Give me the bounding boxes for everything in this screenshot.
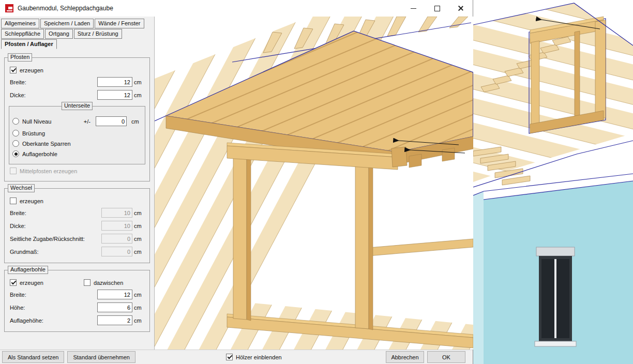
radio-oberkante-sparren[interactable]: Oberkante Sparren — [12, 140, 142, 147]
maximize-icon — [434, 6, 440, 11]
radio-label: Oberkante Sparren — [22, 141, 71, 147]
unterseite-group-title: Unterseite — [62, 102, 93, 110]
radio-null-niveau[interactable]: Null Niveau +/- cm — [12, 116, 142, 126]
radio-auflagerbohle[interactable]: Auflagerbohle — [12, 150, 142, 157]
tab-page-pfosten-auflager: Pfosten erzeugen Breite: cm Dicke: — [0, 50, 154, 336]
pfosten-group: Pfosten erzeugen Breite: cm Dicke: — [4, 57, 150, 181]
wechsel-dicke-label: Dicke: — [10, 223, 101, 229]
auflagerbohle-erzeugen-checkbox[interactable]: erzeugen — [10, 279, 43, 286]
close-icon — [458, 5, 464, 11]
hoelzer-einblenden-checkbox[interactable]: Hölzer einblenden — [226, 354, 282, 360]
close-button[interactable] — [449, 0, 473, 17]
tab-speichern-laden[interactable]: Speichern / Laden — [40, 19, 94, 28]
checkbox-label: erzeugen — [20, 198, 43, 204]
checkbox-label: erzeugen — [20, 280, 43, 286]
mittelpfosten-checkbox: Mittelpfosten erzeugen — [10, 168, 144, 174]
tab-strip: AllgemeinesSpeichern / LadenWände / Fens… — [0, 17, 154, 49]
radio-label: Null Niveau — [22, 118, 51, 125]
wechsel-zugabe-label: Seitliche Zugabe/Rückschnitt: — [10, 236, 101, 242]
tab-sturz-bruestung[interactable]: Sturz / Brüstung — [74, 29, 122, 39]
tab-allgemeines[interactable]: Allgemeines — [1, 19, 39, 28]
tab-ortgang[interactable]: Ortgang — [45, 29, 73, 39]
radio-label: Brüstung — [22, 130, 45, 136]
pfosten-group-title: Pfosten — [8, 53, 32, 62]
set-standard-button[interactable]: Als Standard setzen — [2, 351, 64, 363]
wechsel-zugabe-input — [101, 234, 132, 244]
radio-indicator — [12, 130, 19, 136]
checkbox-indicator — [10, 198, 17, 204]
checkbox-indicator — [226, 354, 233, 360]
app-icon — [5, 4, 13, 12]
radio-label: Auflagerbohle — [22, 151, 57, 157]
main-3d-view[interactable] — [473, 0, 633, 364]
unterseite-offset-input[interactable] — [96, 116, 127, 126]
main-3d-canvas — [473, 0, 633, 364]
house-wall-side — [473, 191, 484, 364]
unit-label: cm — [134, 249, 144, 255]
auflagerbohle-group: Auflagerbohle erzeugen dazwischen — [4, 270, 150, 332]
unit-label: cm — [134, 223, 144, 229]
auflagehoehe-input[interactable] — [97, 315, 132, 325]
left-post — [233, 150, 251, 321]
auflagehoehe-label: Auflagehöhe: — [10, 317, 97, 324]
radio-indicator — [12, 150, 19, 157]
ok-button[interactable]: OK — [427, 351, 465, 363]
dialog-footer: Als Standard setzen Standard übernehmen … — [0, 350, 473, 364]
wechsel-grundmass-input — [101, 247, 132, 256]
checkbox-indicator — [10, 168, 17, 174]
checkbox-label: dazwischen — [94, 280, 123, 286]
checkbox-indicator — [84, 279, 91, 286]
pfosten-dicke-label: Dicke: — [10, 92, 97, 98]
pfosten-breite-input[interactable] — [97, 77, 132, 87]
minimize-button[interactable] — [401, 0, 425, 17]
pfosten-breite-label: Breite: — [10, 79, 97, 85]
auflagerbohle-breite-input[interactable] — [97, 290, 132, 299]
settings-panel: AllgemeinesSpeichern / LadenWände / Fens… — [0, 17, 154, 350]
auflagerbohle-dazwischen-checkbox[interactable]: dazwischen — [84, 279, 123, 286]
wechsel-grundmass-label: Grundmaß: — [10, 249, 101, 255]
window-controls — [401, 0, 473, 17]
tab-waende-fenster[interactable]: Wände / Fenster — [95, 19, 144, 28]
window — [535, 247, 576, 346]
radio-bruestung[interactable]: Brüstung — [12, 130, 142, 136]
apply-standard-button[interactable]: Standard übernehmen — [67, 351, 135, 363]
wechsel-breite-label: Breite: — [10, 210, 101, 216]
radio-indicator — [12, 140, 19, 147]
auflagerbohle-hoehe-label: Höhe: — [10, 305, 97, 311]
gaubenmodul-dialog: Gaubenmodul, Schleppdachgaube Allgemeine… — [0, 0, 473, 364]
cancel-button[interactable]: Abbrechen — [386, 351, 424, 363]
dialog-titlebar[interactable]: Gaubenmodul, Schleppdachgaube — [0, 0, 473, 17]
auflagerbohle-group-title: Auflagerbohle — [8, 266, 48, 274]
dialog-title: Gaubenmodul, Schleppdachgaube — [18, 5, 113, 12]
auflagerbohle-hoehe-input[interactable] — [97, 302, 132, 312]
unit-label: cm — [134, 317, 144, 324]
unterseite-group: Unterseite Null Niveau +/- cm Brüstung — [9, 106, 145, 164]
checkbox-label: Mittelpfosten erzeugen — [20, 168, 77, 174]
tab-pfosten-auflager[interactable]: Pfosten / Auflager — [1, 39, 57, 49]
application-window: Gaubenmodul, Schleppdachgaube Allgemeine… — [0, 0, 633, 364]
offset-label: +/- — [84, 118, 91, 125]
pfosten-erzeugen-checkbox[interactable]: erzeugen — [10, 67, 144, 73]
unit-label: cm — [134, 92, 144, 98]
checkbox-indicator — [10, 67, 17, 73]
pfosten-dicke-input[interactable] — [97, 90, 132, 100]
unit-label: cm — [134, 236, 144, 242]
preview-3d-view[interactable] — [154, 17, 473, 350]
checkbox-label: erzeugen — [20, 67, 43, 73]
unit-label: cm — [134, 79, 144, 85]
wechsel-breite-input — [101, 208, 132, 218]
unit-label: cm — [134, 292, 144, 298]
checkbox-indicator — [10, 279, 17, 286]
unit-label: cm — [134, 210, 144, 216]
radio-indicator — [12, 118, 19, 125]
minimize-icon — [411, 8, 416, 9]
maximize-button[interactable] — [425, 0, 449, 17]
auflagerbohle-breite-label: Breite: — [10, 292, 97, 298]
unit-label: cm — [134, 305, 144, 311]
wechsel-group: Wechsel erzeugen Breite: cm Dicke: — [4, 188, 150, 263]
unit-label: cm — [131, 118, 142, 125]
wechsel-dicke-input — [101, 221, 132, 231]
wechsel-group-title: Wechsel — [8, 184, 35, 192]
wechsel-erzeugen-checkbox[interactable]: erzeugen — [10, 198, 144, 204]
tab-schleppflaeche[interactable]: Schleppfläche — [1, 29, 44, 39]
